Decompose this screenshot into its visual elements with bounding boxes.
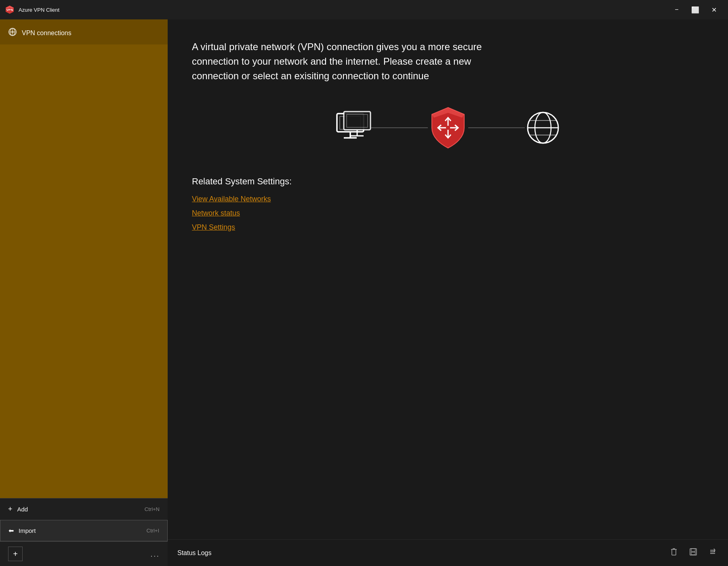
- import-shortcut: Ctrl+I: [147, 528, 159, 534]
- shield-diagram-icon: [428, 108, 468, 148]
- import-menu-item[interactable]: ⬅ Import Ctrl+I: [0, 520, 168, 541]
- svg-rect-26: [691, 549, 695, 551]
- main-content: A virtual private network (VPN) connecti…: [168, 19, 728, 566]
- related-settings: Related System Settings: View Available …: [192, 176, 704, 237]
- import-icon: ⬅: [8, 527, 14, 534]
- globe-diagram-icon: [525, 110, 561, 146]
- status-actions: [668, 546, 718, 560]
- view-available-networks-link[interactable]: View Available Networks: [192, 195, 704, 203]
- related-settings-title: Related System Settings:: [192, 176, 704, 187]
- add-label: Add: [17, 506, 28, 513]
- svg-rect-27: [691, 552, 695, 555]
- monitor-diagram-icon: [335, 110, 371, 146]
- diagram-line-2: [468, 127, 525, 128]
- restore-button[interactable]: ⬜: [686, 3, 705, 16]
- status-logs-label: Status Logs: [177, 549, 668, 557]
- clear-logs-button[interactable]: [668, 546, 680, 560]
- close-button[interactable]: ✕: [705, 3, 723, 16]
- sort-logs-button[interactable]: [707, 546, 718, 560]
- app-body: VPN connections + Add Ctrl+N ⬅ Import Ct…: [0, 19, 728, 566]
- footer-add-icon: +: [13, 549, 18, 559]
- vpn-connections-icon: [8, 27, 17, 38]
- status-bar: Status Logs: [168, 539, 728, 566]
- add-menu-item[interactable]: + Add Ctrl+N: [0, 498, 168, 520]
- sidebar-footer: + ...: [0, 541, 168, 566]
- footer-more-button[interactable]: ...: [150, 549, 160, 559]
- main-description: A virtual private network (VPN) connecti…: [192, 40, 515, 83]
- sidebar: VPN connections + Add Ctrl+N ⬅ Import Ct…: [0, 19, 168, 566]
- sidebar-header-title: VPN connections: [22, 30, 72, 37]
- title-bar: VPN Azure VPN Client − ⬜ ✕: [0, 0, 728, 19]
- sidebar-bottom-menu: + Add Ctrl+N ⬅ Import Ctrl+I: [0, 498, 168, 541]
- footer-add-button[interactable]: +: [8, 547, 23, 561]
- vpn-diagram: [192, 108, 704, 148]
- add-shortcut: Ctrl+N: [145, 506, 160, 512]
- minimize-button[interactable]: −: [667, 3, 686, 16]
- window-controls: − ⬜ ✕: [667, 3, 723, 16]
- save-logs-button[interactable]: [688, 546, 699, 560]
- network-status-link[interactable]: Network status: [192, 209, 704, 218]
- import-label: Import: [19, 527, 36, 534]
- svg-text:VPN: VPN: [6, 8, 13, 12]
- sidebar-header: VPN connections: [0, 19, 168, 45]
- azure-vpn-logo: VPN: [5, 5, 15, 15]
- diagram-line-1: [371, 127, 428, 128]
- main-body: A virtual private network (VPN) connecti…: [168, 19, 728, 539]
- app-title: Azure VPN Client: [19, 7, 667, 13]
- vpn-settings-link[interactable]: VPN Settings: [192, 223, 704, 232]
- sidebar-content: [0, 45, 168, 498]
- add-icon: +: [8, 505, 13, 513]
